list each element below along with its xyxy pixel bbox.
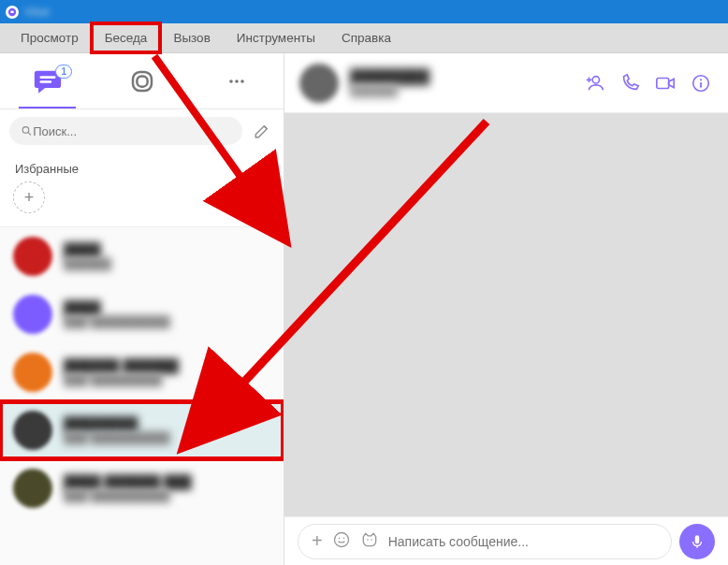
window-title: Viber (24, 6, 51, 19)
tab-chats[interactable]: 1 (0, 53, 95, 109)
svg-rect-1 (39, 76, 55, 79)
sidebar: 1 Из (0, 53, 284, 565)
chat-subtitle: ███ ██████████ (64, 489, 270, 502)
svg-point-5 (229, 80, 233, 83)
menu-call[interactable]: Вызов (160, 23, 223, 52)
window-title-bar: Viber (0, 0, 728, 23)
search-input[interactable] (33, 124, 231, 138)
compose-icon (254, 123, 270, 139)
contacts-icon (128, 67, 156, 95)
svg-point-8 (22, 127, 29, 134)
chat-header-avatar (299, 64, 339, 103)
chat-list-item[interactable]: ███████████ ██████████ (0, 401, 284, 459)
chat-name: ████ (64, 300, 270, 315)
favorites-title: Избранные (15, 162, 79, 176)
search-icon (21, 124, 33, 138)
chat-name: ████ (64, 242, 270, 257)
menu-view[interactable]: Просмотр (7, 23, 92, 52)
menu-bar: Просмотр Беседа Вызов Инструменты Справк… (0, 23, 728, 53)
svg-line-9 (28, 133, 31, 136)
voice-message-button[interactable] (679, 524, 715, 559)
mic-icon (689, 533, 706, 550)
svg-rect-4 (137, 76, 147, 86)
message-input[interactable] (388, 534, 658, 549)
sidebar-tabs: 1 (0, 53, 284, 109)
smiley-icon (332, 530, 351, 549)
svg-point-19 (371, 539, 372, 541)
chat-name: ████████ (64, 416, 270, 431)
more-icon (226, 70, 248, 93)
chat-name: ██████ ██████ (64, 358, 270, 373)
chat-subtitle: ███ ██████████ (64, 315, 270, 328)
svg-rect-20 (695, 535, 700, 543)
svg-point-13 (700, 79, 702, 80)
svg-point-17 (342, 537, 344, 539)
chat-subtitle: ███ █████████ (64, 373, 270, 386)
compose-button[interactable] (250, 119, 274, 143)
svg-rect-3 (133, 72, 152, 91)
avatar (13, 469, 52, 508)
svg-rect-2 (39, 80, 51, 83)
chat-subtitle: ███ ██████████ (64, 431, 270, 444)
app-logo-icon (6, 6, 19, 19)
chat-list-item[interactable]: ████ ██████ ██████ ██████████ (0, 459, 284, 517)
svg-point-15 (334, 532, 348, 546)
svg-rect-14 (700, 82, 702, 88)
svg-rect-11 (657, 78, 669, 88)
svg-point-10 (592, 76, 599, 82)
add-user-icon (584, 73, 604, 94)
chat-messages-area (284, 113, 728, 516)
svg-point-16 (338, 537, 340, 539)
phone-icon (619, 73, 640, 94)
cat-sticker-icon (360, 530, 379, 549)
tab-contacts[interactable] (95, 53, 189, 109)
search-box[interactable] (9, 117, 242, 145)
svg-point-6 (235, 80, 239, 83)
avatar (13, 353, 52, 392)
favorites-header[interactable]: Избранные (0, 152, 284, 181)
sticker-button[interactable] (360, 530, 379, 553)
chat-panel: ████████ ██████ + (284, 53, 728, 565)
info-button[interactable] (689, 71, 713, 95)
add-favorite-button[interactable]: + (13, 181, 45, 213)
chat-list-item[interactable]: ██████████ (0, 227, 284, 285)
avatar (13, 237, 52, 276)
main-area: 1 Из (0, 53, 728, 565)
info-icon (691, 73, 711, 94)
favorites-row: + (0, 181, 284, 226)
chat-name: ████ ██████ ███ (64, 474, 270, 489)
tab-more[interactable] (189, 53, 284, 109)
smiley-button[interactable] (332, 530, 351, 553)
menu-chat[interactable]: Беседа (92, 23, 161, 52)
unread-badge: 1 (55, 65, 72, 79)
chevron-up-icon (257, 164, 269, 175)
add-participant-button[interactable] (582, 71, 606, 95)
voice-call-button[interactable] (618, 71, 642, 95)
attach-button[interactable]: + (312, 530, 323, 552)
menu-tools[interactable]: Инструменты (224, 23, 328, 52)
chat-header-name: ████████ (350, 68, 430, 84)
menu-help[interactable]: Справка (328, 23, 404, 52)
chat-subtitle: ██████ (64, 257, 270, 270)
svg-point-18 (367, 539, 369, 541)
favorites-section: Избранные + (0, 152, 284, 227)
video-call-button[interactable] (653, 71, 677, 95)
chat-list: ██████████ ███████ ██████████ ██████ ███… (0, 227, 284, 565)
composer-row: + (284, 516, 728, 565)
svg-point-7 (240, 80, 244, 83)
chat-list-item[interactable]: ███████ ██████████ (0, 285, 284, 343)
chat-list-item[interactable]: ██████ █████████ █████████ (0, 343, 284, 401)
avatar (13, 411, 52, 450)
search-row (0, 109, 284, 152)
chat-header-status: ██████ (350, 84, 430, 97)
composer[interactable]: + (298, 524, 672, 559)
chat-header: ████████ ██████ (284, 53, 728, 113)
avatar (13, 295, 52, 334)
video-icon (655, 73, 676, 94)
